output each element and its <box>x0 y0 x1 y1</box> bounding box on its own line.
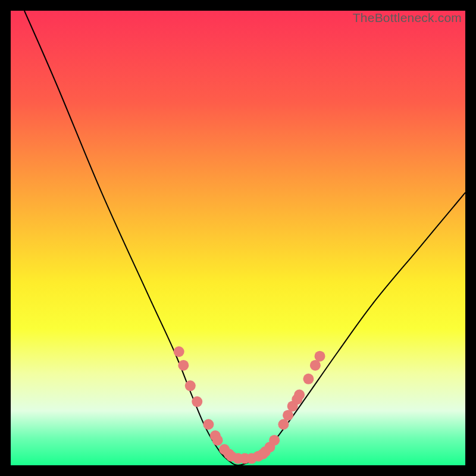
data-point <box>278 419 289 430</box>
data-point <box>212 435 223 446</box>
chart-svg <box>11 11 465 465</box>
data-point <box>192 396 202 407</box>
data-point <box>303 374 314 384</box>
data-point <box>269 435 280 446</box>
data-point <box>294 390 305 400</box>
data-point <box>310 360 321 371</box>
data-point <box>178 360 189 371</box>
data-point <box>174 346 184 357</box>
chart-plot-area: TheBottleneck.com <box>11 11 465 465</box>
data-point <box>203 419 214 430</box>
data-points-group <box>174 346 325 464</box>
data-point <box>185 380 196 391</box>
bottleneck-curve <box>24 11 465 465</box>
data-point <box>315 351 325 362</box>
data-point <box>283 410 293 421</box>
chart-frame: TheBottleneck.com <box>0 0 476 476</box>
